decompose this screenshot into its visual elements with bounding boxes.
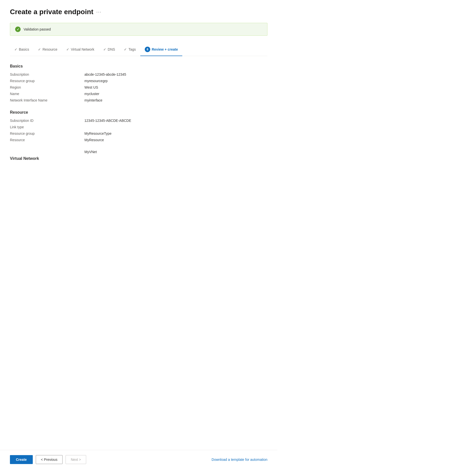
tab-resource-label: Resource [42, 47, 57, 51]
value-resource-group: myresourcegrp [84, 79, 108, 83]
section-basics: Basics Subscription abcde-12345-abcde-12… [10, 64, 267, 102]
value-myvnet: MyVNet [84, 150, 97, 154]
section-vnet-title: Virtual Network [10, 156, 267, 161]
tab-tags-label: Tags [128, 47, 136, 51]
label-resource-resource-group: Resource group [10, 132, 84, 135]
next-button: Next > [66, 455, 86, 464]
validation-text: Validation passed [24, 27, 51, 31]
label-name: Name [10, 92, 84, 96]
tab-vnet-label: Virtual Network [71, 47, 94, 51]
tab-basics[interactable]: ✓ Basics [10, 44, 34, 55]
tab-dns[interactable]: ✓ DNS [99, 44, 120, 55]
field-resource: Resource MyResource [10, 138, 267, 142]
field-region: Region West US [10, 85, 267, 89]
field-link-type: Link type [10, 125, 267, 129]
download-template-link[interactable]: Download a template for automation [212, 458, 267, 462]
bottom-bar: Create < Previous Next > Download a temp… [0, 450, 277, 469]
value-nic-name: myinterface [84, 98, 102, 102]
tab-tags-check: ✓ [124, 47, 127, 51]
section-resource-title: Resource [10, 110, 267, 115]
field-subscription: Subscription abcde-12345-abcde-12345 [10, 72, 267, 76]
tab-vnet-check: ✓ [66, 47, 69, 51]
label-region: Region [10, 85, 84, 89]
value-name: mycluster [84, 92, 99, 96]
field-resource-resource-group: Resource group MyResourceType [10, 132, 267, 135]
field-subscription-id: Subscription ID 12345-12345-ABCDE-ABCDE [10, 119, 267, 123]
label-resource: Resource [10, 138, 84, 142]
field-resource-group: Resource group myresourcegrp [10, 79, 267, 83]
label-nic-name: Network Interface Name [10, 98, 84, 102]
field-name: Name mycluster [10, 92, 267, 96]
validation-banner: Validation passed [10, 23, 267, 36]
tabs-row: ✓ Basics ✓ Resource ✓ Virtual Network ✓ … [10, 44, 267, 56]
page-title: Create a private endpoint [10, 8, 93, 16]
tab-review-label: Review + create [152, 47, 178, 51]
tab-dns-label: DNS [108, 47, 115, 51]
page-title-row: Create a private endpoint ··· [10, 8, 267, 16]
field-nic-name: Network Interface Name myinterface [10, 98, 267, 102]
tab-basics-label: Basics [19, 47, 29, 51]
section-basics-title: Basics [10, 64, 267, 68]
tab-dns-check: ✓ [103, 47, 106, 51]
create-button[interactable]: Create [10, 455, 33, 464]
field-myvnet: MyVNet [10, 150, 267, 154]
tab-tags[interactable]: ✓ Tags [119, 44, 140, 55]
section-resource: Resource Subscription ID 12345-12345-ABC… [10, 110, 267, 142]
label-link-type: Link type [10, 125, 84, 129]
validation-check-icon [15, 27, 21, 32]
tab-review-create[interactable]: 6 Review + create [140, 44, 182, 56]
tab-resource-check: ✓ [38, 47, 41, 51]
value-resource: MyResource [84, 138, 104, 142]
label-subscription-id: Subscription ID [10, 119, 84, 123]
tab-basics-check: ✓ [14, 47, 17, 51]
section-virtual-network: MyVNet Virtual Network [10, 150, 267, 161]
tab-review-badge: 6 [145, 47, 150, 52]
label-subscription: Subscription [10, 72, 84, 76]
tab-resource[interactable]: ✓ Resource [34, 44, 62, 55]
label-resource-group: Resource group [10, 79, 84, 83]
previous-button[interactable]: < Previous [36, 455, 63, 464]
value-region: West US [84, 85, 98, 89]
tab-virtual-network[interactable]: ✓ Virtual Network [62, 44, 99, 55]
value-subscription: abcde-12345-abcde-12345 [84, 72, 126, 76]
value-subscription-id: 12345-12345-ABCDE-ABCDE [84, 119, 131, 123]
value-resource-resource-group: MyResourceType [84, 132, 111, 135]
title-ellipsis: ··· [96, 9, 102, 15]
